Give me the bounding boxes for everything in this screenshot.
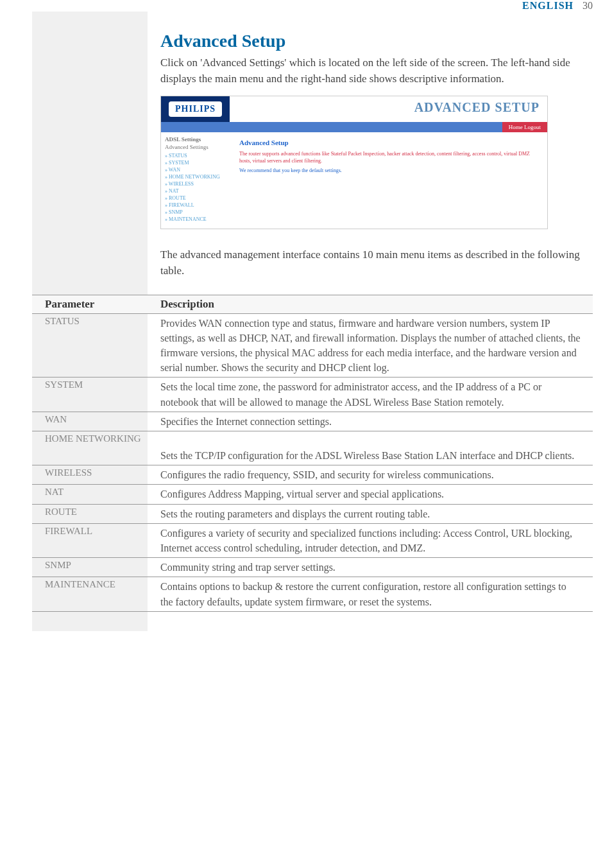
param-cell: ROUTE: [32, 505, 160, 523]
page-title: Advanced Setup: [160, 31, 593, 51]
mid-paragraph: The advanced management interface contai…: [160, 247, 593, 279]
desc-cell: Configures the radio frequency, SSID, an…: [160, 465, 593, 484]
left-margin: [0, 12, 32, 631]
param-cell: MAINTENANCE: [32, 577, 160, 611]
table-row: MAINTENANCE Contains options to backup &…: [32, 577, 593, 611]
content-column: Advanced Setup Click on 'Advanced Settin…: [148, 12, 612, 631]
language-label: ENGLISH: [522, 0, 574, 12]
philips-logo: PHILIPS: [169, 101, 222, 117]
param-cell: SYSTEM: [32, 378, 160, 411]
param-cell: NAT: [32, 485, 160, 503]
screenshot-nav-item: » FIREWALL: [165, 202, 228, 208]
table-row: SYSTEM Sets the local time zone, the pas…: [32, 378, 593, 412]
screenshot-nav-item: » NAT: [165, 188, 228, 194]
screenshot-nav-item: » WAN: [165, 167, 228, 173]
screenshot-main-p2: We recommend that you keep the default s…: [239, 168, 540, 173]
param-text: HOME NETWORKING: [45, 433, 160, 444]
screenshot-home-logout: Home Logout: [502, 122, 547, 132]
table-row: WAN Specifies the Internet connection se…: [32, 412, 593, 431]
page-header: ENGLISH 30: [0, 0, 612, 12]
desc-cell: Configures a variety of security and spe…: [160, 524, 593, 557]
param-cell: FIREWALL: [32, 524, 160, 557]
page-body: Advanced Setup Click on 'Advanced Settin…: [0, 12, 612, 631]
table-row: NAT Configures Address Mapping, virtual …: [32, 485, 593, 504]
table-row: SNMP Community string and trap server se…: [32, 558, 593, 577]
table-row: HOME NETWORKING Sets the TCP/IP configur…: [32, 431, 593, 465]
screenshot-main-p1: The router supports advanced functions l…: [239, 150, 540, 164]
table-row: ROUTE Sets the routing parameters and di…: [32, 505, 593, 524]
embedded-screenshot: PHILIPS ADVANCED SETUP Home Logout ADSL …: [160, 96, 548, 229]
param-cell: WAN: [32, 412, 160, 431]
param-cell: HOME NETWORKING: [32, 431, 160, 465]
screenshot-nav-item: » SYSTEM: [165, 160, 228, 166]
screenshot-nav-item: » SNMP: [165, 209, 228, 215]
screenshot-nav-item: » HOME NETWORKING: [165, 174, 228, 180]
desc-cell: Community string and trap server setting…: [160, 558, 593, 577]
screenshot-nav-item: » MAINTENANCE: [165, 216, 228, 222]
parameters-table: Parameter Description STATUS Provides WA…: [32, 295, 593, 612]
table-header-description: Description: [160, 295, 593, 313]
screenshot-top-bar: Home Logout: [161, 122, 547, 132]
screenshot-nav-item: » STATUS: [165, 153, 228, 159]
screenshot-main: Advanced Setup The router supports advan…: [232, 132, 547, 229]
table-row: FIREWALL Configures a variety of securit…: [32, 524, 593, 558]
table-header-row: Parameter Description: [32, 295, 593, 314]
screenshot-nav-item: » WIRELESS: [165, 181, 228, 187]
desc-cell: Sets the local time zone, the password f…: [160, 378, 593, 411]
desc-text: Sets the TCP/IP configuration for the AD…: [160, 450, 574, 461]
intro-paragraph: Click on 'Advanced Settings' which is lo…: [160, 55, 593, 87]
screenshot-banner-title: ADVANCED SETUP: [414, 100, 540, 114]
desc-cell: Sets the routing parameters and displays…: [160, 505, 593, 523]
desc-cell: Contains options to backup & restore the…: [160, 577, 593, 611]
screenshot-nav-item: » ROUTE: [165, 195, 228, 201]
desc-cell: Sets the TCP/IP configuration for the AD…: [160, 431, 593, 465]
param-cell: STATUS: [32, 314, 160, 378]
page-number: 30: [582, 0, 593, 12]
screenshot-nav: ADSL Settings Advanced Settings » STATUS…: [161, 132, 232, 229]
screenshot-nav-heading-2: Advanced Settings: [165, 144, 228, 150]
screenshot-main-heading: Advanced Setup: [239, 139, 540, 146]
desc-cell: Configures Address Mapping, virtual serv…: [160, 485, 593, 503]
table-row: WIRELESS Configures the radio frequency,…: [32, 465, 593, 485]
param-cell: SNMP: [32, 558, 160, 577]
param-cell: WIRELESS: [32, 465, 160, 484]
screenshot-nav-heading-1: ADSL Settings: [165, 136, 228, 143]
screenshot-logo-cell: PHILIPS: [161, 96, 230, 122]
table-row: STATUS Provides WAN connection type and …: [32, 314, 593, 378]
desc-cell: Provides WAN connection type and status,…: [160, 314, 593, 378]
table-header-parameter: Parameter: [32, 295, 160, 313]
desc-cell: Specifies the Internet connection settin…: [160, 412, 593, 431]
